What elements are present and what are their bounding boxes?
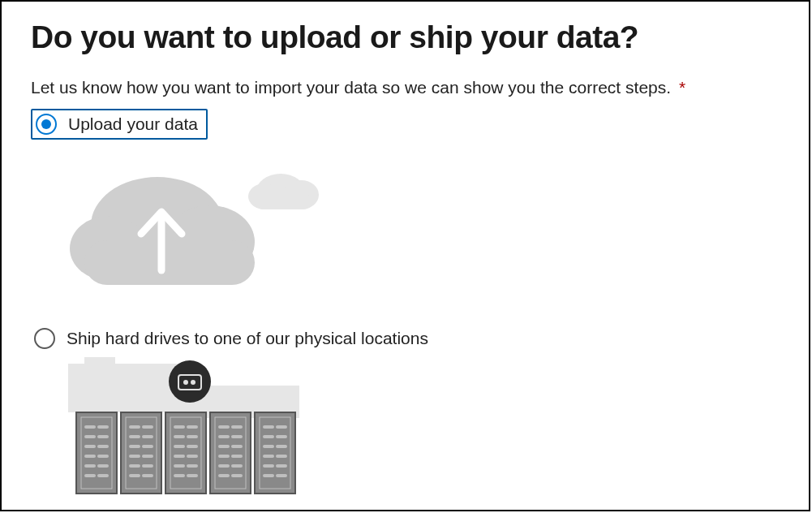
svg-rect-44 <box>165 412 206 494</box>
page-title: Do you want to upload or ship your data? <box>31 19 780 55</box>
svg-point-14 <box>183 380 188 385</box>
cloud-upload-illustration <box>60 144 780 302</box>
svg-rect-3 <box>255 193 311 209</box>
svg-rect-7 <box>84 240 255 285</box>
svg-rect-30 <box>121 412 161 494</box>
radio-upload[interactable] <box>36 114 57 135</box>
datacenter-illustration <box>60 357 780 507</box>
svg-rect-72 <box>255 412 295 494</box>
required-indicator: * <box>679 78 685 97</box>
option-ship-label: Ship hard drives to one of our physical … <box>67 329 428 348</box>
server-rack-icon <box>60 357 311 503</box>
svg-rect-58 <box>210 412 251 494</box>
svg-rect-10 <box>84 357 115 373</box>
radio-ship[interactable] <box>34 328 55 349</box>
svg-point-15 <box>191 380 195 385</box>
dialog-root: Do you want to upload or ship your data?… <box>0 0 810 511</box>
option-ship[interactable]: Ship hard drives to one of our physical … <box>31 325 436 352</box>
option-upload[interactable]: Upload your data <box>31 109 208 140</box>
subtitle-text: Let us know how you want to import your … <box>31 78 671 97</box>
option-upload-label: Upload your data <box>68 114 198 134</box>
subtitle-row: Let us know how you want to import your … <box>31 78 780 97</box>
svg-rect-16 <box>76 412 117 494</box>
svg-point-12 <box>169 360 211 403</box>
cloud-upload-icon <box>60 144 328 299</box>
